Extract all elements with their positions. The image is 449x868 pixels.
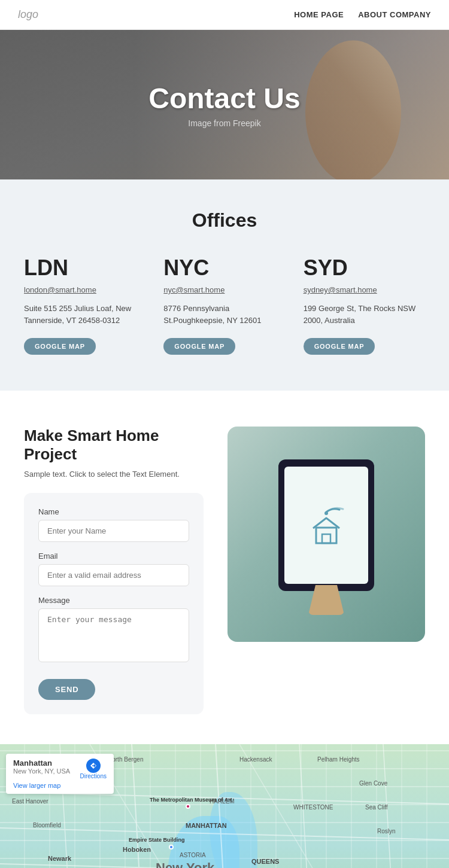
message-textarea[interactable] <box>38 608 189 662</box>
office-email-nyc[interactable]: nyc@smart.home <box>163 285 285 294</box>
google-map-btn-ldn[interactable]: GOOGLE MAP <box>24 338 96 355</box>
map-label-newyork: New York <box>156 860 214 868</box>
office-email-syd[interactable]: sydney@smart.home <box>304 285 425 294</box>
nav-links: HOME PAGE ABOUT COMPANY <box>294 10 431 19</box>
map-label-glencove: Glen Cove <box>359 780 387 787</box>
map-metropolitan-label: The Metropolitan Museum of Art <box>150 797 232 803</box>
office-city-syd: SYD <box>304 255 425 281</box>
directions-label: Directions <box>80 773 107 779</box>
office-card-nyc: NYC nyc@smart.home 8776 Pennsylvania St.… <box>163 255 285 355</box>
map-info-box: Manhattan New York, NY, USA Directions V… <box>6 754 114 794</box>
nav-home[interactable]: HOME PAGE <box>294 10 344 19</box>
map-larger-link[interactable]: View larger map <box>13 782 107 789</box>
logo: logo <box>18 8 38 21</box>
email-label: Email <box>38 552 189 561</box>
map-label-whitestone: WHITESTONE <box>293 804 333 811</box>
office-email-ldn[interactable]: london@smart.home <box>24 285 145 294</box>
map-label-hoboken: Hoboken <box>123 846 151 853</box>
map-label-newark: Newark <box>48 855 71 862</box>
email-input[interactable] <box>38 564 189 586</box>
office-address-syd: 199 George St, The Rocks NSW 2000, Austr… <box>304 303 425 326</box>
google-map-btn-syd[interactable]: GOOGLE MAP <box>304 338 375 355</box>
nav-about[interactable]: ABOUT COMPANY <box>358 10 431 19</box>
map-section[interactable]: Passaic East Hanover Bloomfield Newark M… <box>0 744 449 868</box>
contact-form-card: Name Email Message SEND <box>24 493 204 714</box>
smart-title: Make Smart Home Project <box>24 427 204 464</box>
map-label-queens: QUEENS <box>251 858 279 865</box>
office-card-ldn: LDN london@smart.home Suite 515 255 Juli… <box>24 255 145 355</box>
navbar: logo HOME PAGE ABOUT COMPANY <box>0 0 449 30</box>
office-city-nyc: NYC <box>163 255 285 281</box>
form-group-message: Message <box>38 596 189 665</box>
directions-icon <box>86 759 101 773</box>
smart-section: Make Smart Home Project Sample text. Cli… <box>0 391 449 744</box>
office-card-syd: SYD sydney@smart.home 199 George St, The… <box>304 255 425 355</box>
office-address-nyc: 8776 Pennsylvania St.Poughkeepsie, NY 12… <box>163 303 285 326</box>
map-label-bloomfield: Bloomfield <box>33 822 61 829</box>
map-label-easthanovr: East Hanover <box>12 798 48 805</box>
tablet-frame <box>278 459 374 591</box>
map-label-pelhamhts: Pelham Heights <box>317 756 360 763</box>
svg-rect-1 <box>316 528 336 543</box>
form-group-name: Name <box>38 507 189 542</box>
form-group-email: Email <box>38 552 189 586</box>
smart-layout: Make Smart Home Project Sample text. Cli… <box>24 427 425 714</box>
hero-subtitle: Image from Freepik <box>148 118 300 128</box>
smart-right <box>227 427 425 642</box>
message-label: Message <box>38 596 189 605</box>
smart-left: Make Smart Home Project Sample text. Cli… <box>24 427 204 714</box>
name-input[interactable] <box>38 520 189 542</box>
svg-rect-2 <box>322 534 330 543</box>
send-button[interactable]: SEND <box>38 679 95 700</box>
offices-grid: LDN london@smart.home Suite 515 255 Juli… <box>24 255 425 355</box>
map-label-manhattan: MANHATTAN <box>186 822 227 829</box>
offices-title: Offices <box>24 209 425 232</box>
map-empire-state-marker <box>169 845 174 849</box>
tablet-illustration <box>266 453 386 615</box>
map-info-sub: New York, NY, USA <box>13 768 70 775</box>
hero-content: Contact Us Image from Freepik <box>148 82 300 128</box>
office-address-ldn: Suite 515 255 Julius Loaf, New Tannersid… <box>24 303 145 326</box>
svg-point-0 <box>324 511 328 515</box>
name-label: Name <box>38 507 189 516</box>
map-label-seacliff: Sea Cliff <box>365 804 388 811</box>
map-label-hacksack: Hackensack <box>239 756 272 763</box>
map-metropolitan-marker <box>186 804 190 809</box>
directions-button[interactable]: Directions <box>80 759 107 779</box>
smart-desc: Sample text. Click to select the Text El… <box>24 470 204 479</box>
smart-home-icon <box>302 501 350 549</box>
office-city-ldn: LDN <box>24 255 145 281</box>
offices-section: Offices LDN london@smart.home Suite 515 … <box>0 179 449 391</box>
smart-home-image <box>227 427 425 642</box>
google-map-btn-nyc[interactable]: GOOGLE MAP <box>163 338 235 355</box>
map-label-astoria: ASTORIA <box>180 852 206 858</box>
map-info-title: Manhattan <box>13 759 70 768</box>
map-label-roslyn: Roslyn <box>377 828 396 835</box>
hero-section: Contact Us Image from Freepik <box>0 30 449 179</box>
tablet-screen <box>284 467 368 584</box>
hero-title: Contact Us <box>148 82 300 115</box>
svg-line-9 <box>216 744 227 868</box>
map-empire-state-label: Empire State Building <box>129 837 185 843</box>
